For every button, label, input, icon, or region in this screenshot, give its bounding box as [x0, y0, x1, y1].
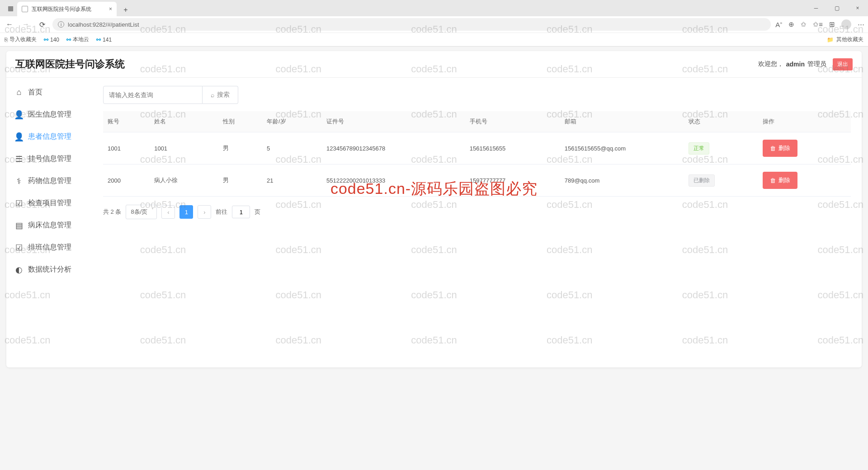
site-info-icon[interactable]: i [58, 21, 64, 28]
back-icon[interactable]: ← [4, 20, 15, 28]
page-suffix-label: 页 [255, 208, 260, 216]
sidebar-item-bed[interactable]: ▤ 病床信息管理 [6, 214, 92, 236]
doctor-icon: 👤 [14, 110, 24, 119]
reader-icon[interactable]: A» [775, 21, 782, 28]
maximize-icon[interactable]: ▢ [826, 0, 847, 16]
tab-overview-icon[interactable]: ▦ [4, 0, 17, 16]
pagination: 共 2 条 8条/页 ‹ 1 › 前往 页 [103, 205, 851, 219]
tab-close-icon[interactable]: × [109, 6, 112, 12]
sidebar-item-register[interactable]: ☰ 挂号信息管理 [6, 148, 92, 170]
drug-icon: ⚕ [14, 177, 24, 186]
minimize-icon[interactable]: ─ [806, 0, 826, 16]
search-button-label: 搜索 [217, 91, 230, 99]
main-panel: ⌕ 搜索 账号 姓名 性别 年龄/岁 证件号 手机号 邮箱 状态 操作 [92, 78, 862, 281]
th-gender: 性别 [218, 111, 262, 132]
delete-button[interactable]: 🗑 删除 [763, 140, 797, 157]
import-icon: ⎘ [5, 37, 8, 43]
link-icon: ⚯ [66, 37, 71, 43]
window-controls: ─ ▢ × [806, 0, 868, 16]
th-idno: 证件号 [322, 111, 465, 132]
page-size-select[interactable]: 8条/页 [126, 205, 157, 219]
cell-name: 1001 [150, 132, 218, 164]
browser-right-icons: A» ⊕ ✩ ✩≡ ⊞ ⋯ [775, 19, 864, 29]
home-icon: ⌂ [14, 88, 24, 97]
sidebar-item-doctor[interactable]: 👤 医生信息管理 [6, 103, 92, 126]
app-body: ⌂ 首页 👤 医生信息管理 👤 患者信息管理 ☰ 挂号信息管理 ⚕ 药物信息管理… [6, 78, 862, 281]
cell-status: 正常 [684, 132, 759, 164]
close-window-icon[interactable]: × [847, 0, 868, 16]
app-container: 互联网医院挂号问诊系统 欢迎您， admin 管理员 退出 ⌂ 首页 👤 医生信… [6, 51, 862, 367]
cell-gender: 男 [218, 132, 262, 164]
browser-tab-bar: ▦ 互联网医院挂号问诊系统 × + ─ ▢ × [0, 0, 868, 16]
welcome-label: 欢迎您， [758, 60, 783, 68]
search-button[interactable]: ⌕ 搜索 [203, 86, 238, 104]
sidebar-item-stats[interactable]: ◐ 数据统计分析 [6, 258, 92, 281]
search-icon: ⌕ [211, 91, 214, 99]
forward-icon[interactable]: → [20, 20, 32, 28]
bookmark-3[interactable]: ⚯ 141 [96, 37, 112, 43]
table-header-row: 账号 姓名 性别 年龄/岁 证件号 手机号 邮箱 状态 操作 [103, 111, 851, 132]
cell-action: 🗑 删除 [758, 164, 851, 197]
bookmark-1[interactable]: ⚯ 140 [44, 37, 59, 43]
import-bookmarks[interactable]: ⎘ 导入收藏夹 [5, 36, 37, 43]
sidebar-item-drug[interactable]: ⚕ 药物信息管理 [6, 170, 92, 192]
more-menu-icon[interactable]: ⋯ [858, 20, 864, 28]
collections-icon[interactable]: ⊞ [829, 20, 835, 28]
page-number-button[interactable]: 1 [179, 205, 193, 219]
cell-phone: 15615615655 [465, 132, 560, 164]
checklist-icon: ☑ [14, 199, 24, 208]
prev-page-button[interactable]: ‹ [161, 205, 175, 219]
sidebar-item-label: 首页 [28, 88, 42, 97]
role-label: 管理员 [807, 60, 826, 68]
table-row: 2000 病人小徐 男 21 551222200201013333 159777… [103, 164, 851, 197]
bookmark-2[interactable]: ⚯ 本地云 [66, 36, 89, 43]
sidebar-item-label: 病床信息管理 [28, 221, 71, 230]
sidebar-item-label: 挂号信息管理 [28, 154, 71, 164]
search-row: ⌕ 搜索 [103, 86, 851, 104]
goto-label: 前往 [216, 208, 227, 216]
cell-email: 15615615655@qq.com [560, 132, 684, 164]
favorite-star-icon[interactable]: ✩ [801, 20, 807, 28]
other-bookmarks[interactable]: 📁 其他收藏夹 [827, 36, 863, 43]
schedule-icon: ☑ [14, 243, 24, 252]
profile-avatar-icon[interactable] [841, 19, 851, 29]
sidebar-item-home[interactable]: ⌂ 首页 [6, 81, 92, 103]
goto-page-input[interactable] [232, 206, 250, 218]
cell-idno: 123456789012345678 [322, 132, 465, 164]
th-email: 邮箱 [560, 111, 684, 132]
logout-button[interactable]: 退出 [833, 58, 853, 70]
app-header: 互联网医院挂号问诊系统 欢迎您， admin 管理员 退出 [6, 51, 862, 78]
status-badge: 已删除 [689, 174, 715, 187]
cell-name: 病人小徐 [150, 164, 218, 197]
favorites-icon[interactable]: ✩≡ [813, 20, 823, 28]
refresh-icon[interactable]: ⟳ [36, 20, 48, 29]
list-icon: ☰ [14, 155, 24, 164]
link-icon: ⚯ [44, 37, 48, 43]
th-status: 状态 [684, 111, 759, 132]
url-text: localhost:9282/#/patientList [68, 21, 139, 28]
next-page-button[interactable]: › [198, 205, 211, 219]
sidebar-item-label: 医生信息管理 [28, 110, 71, 119]
cell-gender: 男 [218, 164, 262, 197]
zoom-icon[interactable]: ⊕ [788, 20, 794, 28]
search-input[interactable] [103, 86, 203, 104]
browser-tab[interactable]: 互联网医院挂号问诊系统 × [17, 2, 117, 16]
cell-account: 1001 [103, 132, 150, 164]
new-tab-button[interactable]: + [119, 4, 132, 16]
sidebar: ⌂ 首页 👤 医生信息管理 👤 患者信息管理 ☰ 挂号信息管理 ⚕ 药物信息管理… [6, 78, 92, 281]
total-label: 共 2 条 [103, 208, 121, 216]
delete-label: 删除 [778, 176, 790, 184]
sidebar-item-check[interactable]: ☑ 检查项目管理 [6, 192, 92, 214]
trash-icon: 🗑 [770, 145, 776, 152]
cell-age: 21 [262, 164, 322, 197]
url-box[interactable]: i localhost:9282/#/patientList [52, 18, 771, 31]
cell-phone: 15977777777 [465, 164, 560, 197]
sidebar-item-schedule[interactable]: ☑ 排班信息管理 [6, 236, 92, 258]
th-name: 姓名 [150, 111, 218, 132]
table-row: 1001 1001 男 5 123456789012345678 1561561… [103, 132, 851, 164]
cell-idno: 551222200201013333 [322, 164, 465, 197]
th-account: 账号 [103, 111, 150, 132]
delete-button[interactable]: 🗑 删除 [763, 172, 797, 189]
cell-status: 已删除 [684, 164, 759, 197]
sidebar-item-patient[interactable]: 👤 患者信息管理 [6, 126, 92, 148]
